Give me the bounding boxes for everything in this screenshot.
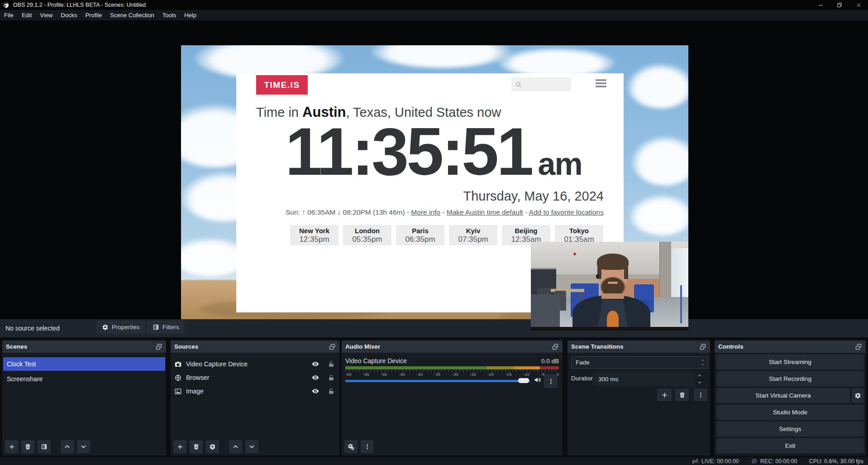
virtual-camera-config-button[interactable] xyxy=(852,388,864,403)
studio-mode-button[interactable]: Studio Mode xyxy=(716,405,864,420)
remove-transition-button[interactable] xyxy=(675,388,689,401)
properties-button[interactable]: Properties xyxy=(96,321,145,334)
duration-label: Duration xyxy=(571,375,594,382)
source-item-video-capture[interactable]: Video Capture Device xyxy=(171,357,339,371)
transition-properties-button[interactable] xyxy=(694,388,707,401)
audio-mixer-header: Audio Mixer xyxy=(342,340,563,353)
gear-icon xyxy=(209,443,216,450)
exit-button[interactable]: Exit xyxy=(716,438,864,453)
popout-icon[interactable] xyxy=(552,343,559,350)
filter-icon xyxy=(41,443,48,450)
source-move-up-button[interactable] xyxy=(229,440,242,453)
scenes-panel: Scenes Clock Test Screenshare xyxy=(2,340,166,455)
menu-edit[interactable]: Edit xyxy=(18,10,36,20)
trash-icon xyxy=(679,392,686,398)
menu-scene-collection[interactable]: Scene Collection xyxy=(106,10,158,20)
lock-icon[interactable] xyxy=(328,360,335,368)
preview-canvas[interactable]: TIME.IS Time in Austin, Texas, United St… xyxy=(181,45,688,332)
menu-help[interactable]: Help xyxy=(180,10,200,20)
transitions-body: Fade Duration 300 ms xyxy=(568,353,710,455)
speaker-icon[interactable] xyxy=(534,376,542,384)
dots-icon xyxy=(697,392,704,398)
hamburger-menu-icon xyxy=(596,79,606,87)
scene-move-down-button[interactable] xyxy=(77,440,90,453)
close-button[interactable] xyxy=(849,0,868,10)
popout-icon[interactable] xyxy=(329,343,336,350)
webcam-video-source xyxy=(531,242,688,331)
popout-icon[interactable] xyxy=(855,343,862,350)
minimize-button[interactable] xyxy=(811,0,830,10)
clock-time: 11:35:51 xyxy=(285,113,531,190)
remove-source-button[interactable] xyxy=(190,440,203,453)
remove-scene-button[interactable] xyxy=(21,440,34,453)
start-recording-button[interactable]: Start Recording xyxy=(716,371,864,386)
scene-item-clock-test[interactable]: Clock Test xyxy=(3,357,165,371)
transitions-header: Scene Transitions xyxy=(568,340,710,353)
dots-icon xyxy=(364,443,371,450)
restore-button[interactable] xyxy=(830,0,849,10)
volume-slider[interactable] xyxy=(345,380,530,382)
advanced-audio-button[interactable] xyxy=(344,440,358,453)
channel-menu-button[interactable] xyxy=(544,374,558,388)
duration-input[interactable]: 300 ms xyxy=(593,372,695,386)
popout-icon[interactable] xyxy=(699,343,706,350)
image-icon xyxy=(174,388,182,395)
add-favorite-link: Add to favorite locations xyxy=(529,208,604,216)
menu-file[interactable]: File xyxy=(0,10,18,20)
dots-icon xyxy=(548,378,554,385)
scene-item-screenshare[interactable]: Screenshare xyxy=(3,372,165,386)
add-transition-button[interactable] xyxy=(657,388,672,401)
mixer-channel-name: Video Capture Device xyxy=(345,357,407,364)
title-bar: OBS 29.1.2 - Profile: LLHLS BETA - Scene… xyxy=(0,0,868,10)
menu-profile[interactable]: Profile xyxy=(81,10,106,20)
audio-mixer-body: Video Capture Device 0.0 dB -60-55-50-45… xyxy=(342,353,563,455)
window-title: OBS 29.1.2 - Profile: LLHLS BETA - Scene… xyxy=(13,2,146,8)
source-properties-button[interactable] xyxy=(206,440,219,453)
transition-select[interactable]: Fade xyxy=(571,356,708,369)
scene-filters-button[interactable] xyxy=(38,440,51,453)
volume-meter xyxy=(345,366,559,369)
eye-icon[interactable] xyxy=(311,360,320,368)
scene-transitions-panel: Scene Transitions Fade Duration 300 ms xyxy=(568,340,710,455)
meter-tick-labels: -60-55-50-45-40-35-30-25-20-15-10-50 xyxy=(345,372,559,377)
mixer-toolbar xyxy=(344,440,374,453)
chevron-up-icon xyxy=(64,443,71,450)
source-item-image[interactable]: Image xyxy=(171,384,339,398)
scene-move-up-button[interactable] xyxy=(61,440,74,453)
add-source-button[interactable] xyxy=(173,440,186,453)
duration-spinner-arrows[interactable] xyxy=(697,372,702,386)
sources-list: Video Capture Device Browser Image xyxy=(171,353,339,455)
menu-tools[interactable]: Tools xyxy=(158,10,180,20)
trash-icon xyxy=(193,443,200,450)
settings-button[interactable]: Settings xyxy=(716,422,864,436)
source-move-down-button[interactable] xyxy=(245,440,258,453)
plus-icon xyxy=(176,443,184,451)
current-date: Thursday, May 16, 2024 xyxy=(463,189,604,204)
volume-slider-handle[interactable] xyxy=(518,378,529,383)
digital-clock: 11:35:51 am xyxy=(262,113,606,190)
more-info-link: More info xyxy=(411,208,440,216)
menu-view[interactable]: View xyxy=(36,10,57,20)
cpu-fps-status: CPU: 0.6%, 30.00 fps xyxy=(809,458,863,465)
scenes-list: Clock Test Screenshare xyxy=(2,353,166,455)
controls-header: Controls xyxy=(715,340,866,353)
globe-icon xyxy=(174,374,182,382)
audio-mixer-panel: Audio Mixer Video Capture Device 0.0 dB … xyxy=(342,340,563,455)
menu-docks[interactable]: Docks xyxy=(57,10,81,20)
start-virtual-camera-button[interactable]: Start Virtual Camera xyxy=(716,388,850,403)
eye-icon[interactable] xyxy=(311,374,320,382)
start-streaming-button[interactable]: Start Streaming xyxy=(716,355,864,369)
lock-icon[interactable] xyxy=(328,374,335,381)
plus-icon xyxy=(8,443,15,451)
mixer-gears-icon xyxy=(348,443,355,451)
filters-button[interactable]: Filters xyxy=(147,321,185,334)
source-item-browser[interactable]: Browser xyxy=(171,371,339,384)
eye-icon[interactable] xyxy=(311,387,320,395)
mixer-menu-button[interactable] xyxy=(361,440,374,453)
trash-icon xyxy=(24,443,31,450)
lock-icon[interactable] xyxy=(328,388,335,395)
sun-times: Sun: ↑ 06:35AM ↓ 08:20PM (13h 46m) xyxy=(286,208,405,216)
popout-icon[interactable] xyxy=(155,343,162,350)
add-scene-button[interactable] xyxy=(5,440,18,453)
obs-logo-icon xyxy=(3,2,10,9)
